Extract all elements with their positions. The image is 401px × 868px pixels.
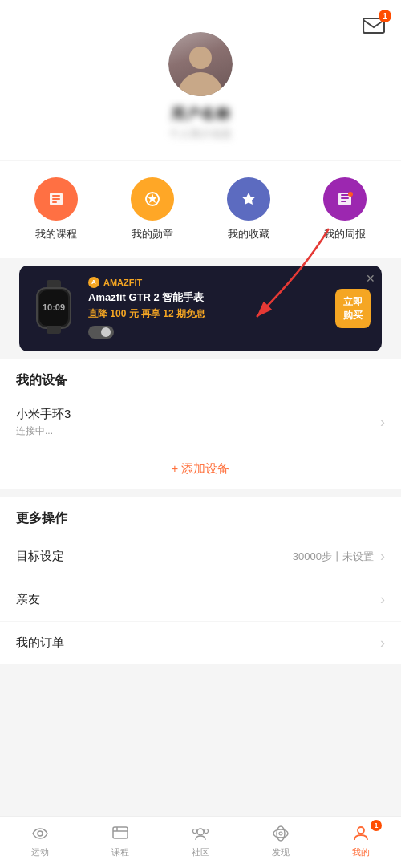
nav-sport-icon <box>30 823 51 844</box>
action-favorites-label: 我的收藏 <box>228 227 269 241</box>
svg-point-25 <box>358 827 364 834</box>
action-my-favorites[interactable]: 我的收藏 <box>227 177 270 241</box>
action-courses-label: 我的课程 <box>35 227 77 241</box>
ad-discount: 直降 100 元 再享 12 期免息 <box>88 307 335 321</box>
action-weekly-label: 我的周报 <box>324 227 366 241</box>
chevron-right-icon: › <box>380 635 385 651</box>
ad-close-button[interactable]: ✕ <box>366 272 375 285</box>
nav-courses[interactable]: 课程 <box>96 823 144 858</box>
nav-community-icon <box>190 823 211 844</box>
svg-point-22 <box>273 829 288 838</box>
svg-rect-10 <box>341 197 349 199</box>
action-my-courses[interactable]: 我的课程 <box>34 177 78 241</box>
quick-actions: 我的课程 我的勋章 我的收藏 <box>0 161 401 258</box>
device-status: 连接中... <box>16 424 380 438</box>
svg-text:!: ! <box>350 193 350 197</box>
menu-label-goals: 目标设定 <box>16 549 293 564</box>
nav-courses-icon <box>110 823 131 844</box>
add-device-button[interactable]: + 添加设备 <box>0 448 401 489</box>
svg-rect-3 <box>52 198 60 200</box>
nav-discover[interactable]: 发现 <box>257 823 305 858</box>
menu-value-goals: 30000步丨未设置 <box>293 550 374 564</box>
ad-banner[interactable]: 10:09 A AMAZFIT Amazfit GTR 2 智能手表 直降 10… <box>19 266 382 351</box>
more-section: 更多操作 目标设定 30000步丨未设置 › 亲友 › 我的订单 › <box>0 497 401 665</box>
devices-section-title: 我的设备 <box>0 359 401 397</box>
main-content: 1 用户名称 个人简介信息 我的课程 <box>0 0 401 737</box>
menu-item-orders[interactable]: 我的订单 › <box>0 622 401 665</box>
svg-point-15 <box>38 831 43 836</box>
add-device-label: + 添加设备 <box>172 461 230 475</box>
nav-sport[interactable]: 运动 <box>16 823 64 858</box>
svg-point-19 <box>197 829 204 835</box>
device-row[interactable]: 小米手环3 连接中... › <box>0 397 401 448</box>
svg-rect-9 <box>341 194 349 196</box>
chevron-right-icon: › <box>380 548 385 565</box>
nav-discover-label: 发现 <box>272 846 290 858</box>
nav-mine-badge: 1 <box>371 820 382 831</box>
action-badges-label: 我的勋章 <box>132 227 173 241</box>
svg-point-20 <box>193 829 197 834</box>
svg-rect-4 <box>52 201 57 203</box>
svg-rect-11 <box>341 201 346 202</box>
ad-text: A AMAZFIT Amazfit GTR 2 智能手表 直降 100 元 再享… <box>88 277 335 340</box>
nav-discover-icon <box>270 823 291 844</box>
nav-courses-label: 课程 <box>111 846 129 858</box>
chevron-right-icon: › <box>380 414 385 431</box>
svg-rect-16 <box>113 827 128 838</box>
ad-cta-button[interactable]: 立即 购买 <box>335 289 371 329</box>
menu-item-friends[interactable]: 亲友 › <box>0 578 401 622</box>
more-section-title: 更多操作 <box>0 497 401 535</box>
nav-mine-icon <box>350 823 371 844</box>
svg-point-24 <box>279 832 282 835</box>
nav-mine[interactable]: 我的 1 <box>337 823 385 858</box>
svg-marker-7 <box>242 193 255 205</box>
menu-label-orders: 我的订单 <box>16 635 380 651</box>
menu-item-goals[interactable]: 目标设定 30000步丨未设置 › <box>0 535 401 578</box>
profile-section: 1 用户名称 个人简介信息 <box>0 0 401 160</box>
ad-brand: A AMAZFIT <box>88 277 335 288</box>
avatar <box>168 32 233 96</box>
bottom-nav: 运动 课程 社区 <box>0 816 401 868</box>
svg-rect-2 <box>52 195 60 197</box>
user-subtitle: 个人简介信息 <box>169 127 232 141</box>
svg-marker-6 <box>148 193 157 203</box>
svg-point-21 <box>205 829 209 834</box>
ad-product: Amazfit GTR 2 智能手表 <box>88 290 335 305</box>
device-info: 小米手环3 连接中... <box>16 407 380 438</box>
chevron-right-icon: › <box>380 591 385 608</box>
message-button[interactable]: 1 <box>363 16 385 35</box>
devices-section: 我的设备 小米手环3 连接中... › + 添加设备 <box>0 359 401 489</box>
ad-toggle[interactable] <box>88 326 114 339</box>
nav-mine-label: 我的 <box>352 846 370 858</box>
action-my-badges[interactable]: 我的勋章 <box>131 177 174 241</box>
device-name: 小米手环3 <box>16 407 380 422</box>
nav-sport-label: 运动 <box>31 846 49 858</box>
message-badge-count: 1 <box>379 10 391 22</box>
nav-community[interactable]: 社区 <box>176 823 225 858</box>
action-my-weekly[interactable]: ! 我的周报 <box>323 177 367 241</box>
ad-watch-image: 10:09 <box>30 285 79 333</box>
svg-point-23 <box>277 826 285 841</box>
nav-community-label: 社区 <box>192 846 209 858</box>
menu-label-friends: 亲友 <box>16 592 380 607</box>
user-name: 用户名称 <box>171 104 230 124</box>
